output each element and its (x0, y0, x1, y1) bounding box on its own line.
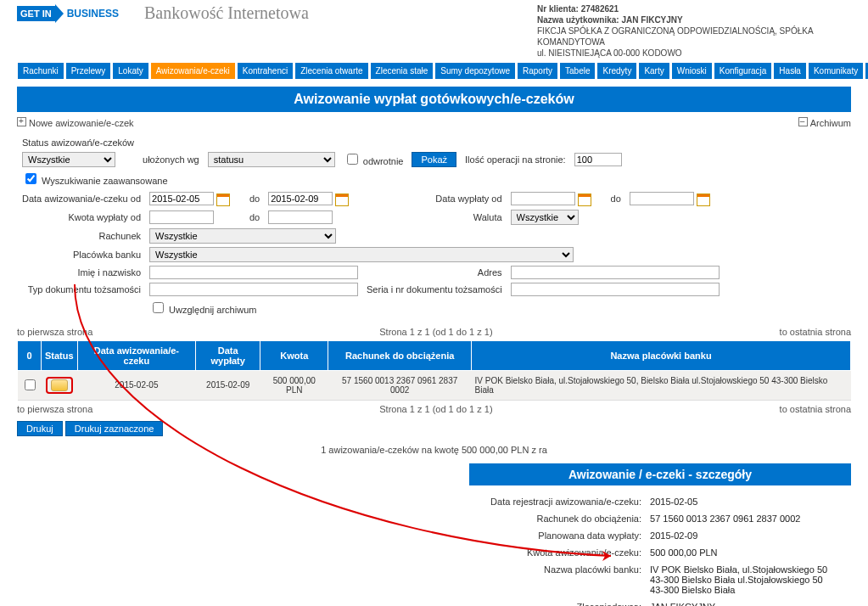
details-value: 57 1560 0013 2367 0961 2837 0002 (647, 511, 841, 526)
include-archive-label: Uwzględnij archiwum (169, 305, 256, 315)
doc-type-label: Typ dokumentu tożsamości (19, 282, 144, 297)
menu-item-rachunki[interactable]: Rachunki (17, 62, 64, 80)
menu-item-karty[interactable]: Karty (638, 62, 669, 80)
to-label-2: do (605, 191, 624, 207)
per-page-label: Ilość operacji na stronie: (462, 150, 569, 168)
logo-bank-text: Bankowość Internetowa (144, 3, 309, 23)
doc-no-input[interactable] (511, 283, 720, 296)
menu-item-zmie-klienta[interactable]: Zmień klienta (865, 62, 868, 80)
menu-item-konfiguracja[interactable]: Konfiguracja (714, 62, 773, 80)
amount-from-input[interactable] (149, 210, 214, 224)
print-button[interactable]: Drukuj (17, 421, 63, 436)
menu-item-przelewy[interactable]: Przelewy (65, 62, 112, 80)
table-row[interactable]: 2015-02-05 2015-02-09 500 000,00 PLN 57 … (18, 370, 851, 400)
menu-item-wnioski[interactable]: Wnioski (671, 62, 713, 80)
branch-label: Placówka banku (19, 246, 144, 263)
details-key: Nazwa placówki banku: (479, 562, 645, 598)
row-checkbox[interactable] (25, 379, 36, 390)
col-header[interactable]: 0 (18, 340, 42, 370)
summary-line: 1 awizowania/e-czeków na kwotę 500 000,0… (0, 440, 868, 463)
menu-item-zlecenia-sta-e[interactable]: Zlecenia stałe (370, 62, 434, 80)
details-value: 500 000,00 PLN (647, 545, 841, 560)
cell-amount: 500 000,00 PLN (260, 370, 328, 400)
menu-item-lokaty[interactable]: Lokaty (112, 62, 148, 80)
logo-getin-text1: GET IN (17, 6, 55, 21)
pager-mid: Strona 1 z 1 (od 1 do 1 z 1) (379, 327, 492, 337)
calendar-icon[interactable] (697, 194, 710, 206)
status-icon (51, 379, 68, 391)
details-key: Planowana data wypłaty: (479, 528, 645, 543)
calendar-icon[interactable] (335, 194, 349, 206)
logo-getin-text2: BUSINESS (64, 8, 119, 20)
logo-getin: GET IN BUSINESS (17, 4, 119, 23)
include-archive-checkbox[interactable] (153, 302, 164, 313)
menu-item-sumy-depozytowe[interactable]: Sumy depozytowe (434, 62, 516, 80)
archive-link[interactable]: Archiwum (798, 117, 851, 128)
to-label-3: do (244, 209, 263, 226)
details-value: 2015-02-05 (647, 494, 841, 509)
col-header[interactable]: Nazwa placówki banku (472, 340, 851, 370)
cell-date-pay: 2015-02-09 (196, 370, 260, 400)
new-avisation-link[interactable]: Nowe awizowanie/e-czek (17, 117, 134, 128)
doc-type-input[interactable] (149, 283, 358, 296)
menu-item-komunikaty[interactable]: Komunikaty (808, 62, 864, 80)
chevron-right-icon (55, 4, 64, 23)
sort-select[interactable]: statusu (208, 152, 335, 167)
date-pay-label: Data wypłaty od (363, 191, 506, 207)
col-header[interactable]: Kwota (260, 340, 328, 370)
name-label: Imię i nazwisko (19, 265, 144, 280)
address-input[interactable] (511, 266, 720, 279)
date-av-label: Data awizowania/e-czeku od (19, 191, 144, 207)
details-panel: Awizowanie / e-czeki - szczegóły Data re… (469, 463, 851, 606)
menu-item-kredyty[interactable]: Kredyty (596, 62, 637, 80)
sort-label: ułożonych wg (139, 150, 203, 168)
date-av-from-input[interactable] (149, 192, 214, 205)
details-key: Kwota awizowania/e-czeku: (479, 545, 645, 560)
amount-label: Kwota wypłaty od (19, 209, 144, 226)
pager-first-2: to pierwsza strona (17, 404, 92, 414)
cell-branch: IV POK Bielsko Biała, ul.Stojałowskiego … (472, 370, 851, 400)
menu-item-awizowania-e-czeki[interactable]: Awizowania/e-czeki (150, 62, 236, 80)
details-key: Rachunek do obciążenia: (479, 511, 645, 526)
date-pay-to-input[interactable] (630, 192, 694, 205)
currency-select[interactable]: Wszystkie (511, 210, 579, 225)
menu-item-has-a[interactable]: Hasła (773, 62, 807, 80)
print-selected-button[interactable]: Drukuj zaznaczone (65, 421, 164, 436)
details-value: IV POK Bielsko Biała, ul.Stojałowskiego … (647, 562, 841, 598)
details-value: 2015-02-09 (647, 528, 841, 543)
reverse-checkbox[interactable] (347, 154, 358, 165)
branch-select[interactable]: Wszystkie (149, 247, 574, 262)
cell-account: 57 1560 0013 2367 0961 2837 0002 (328, 370, 472, 400)
address-label: Adres (363, 265, 506, 280)
date-pay-from-input[interactable] (511, 192, 575, 205)
status-label: Status awizowań/e-czeków (19, 137, 137, 149)
name-input[interactable] (149, 266, 358, 279)
client-info: Nr klienta: 27482621 Nazwa użytkownika: … (537, 3, 851, 59)
details-title: Awizowanie / e-czeki - szczegóły (469, 463, 851, 485)
col-header[interactable]: Data wypłaty (196, 340, 260, 370)
status-badge[interactable] (46, 377, 73, 394)
per-page-input[interactable] (574, 153, 622, 166)
status-select[interactable]: Wszystkie (22, 152, 115, 167)
date-av-to-input[interactable] (268, 192, 333, 205)
pager-last-2: to ostatnia strona (780, 404, 851, 414)
menu-item-kontrahenci[interactable]: Kontrahenci (237, 62, 294, 80)
main-menu: RachunkiPrzelewyLokatyAwizowania/e-czeki… (0, 62, 868, 80)
adv-search-checkbox[interactable] (25, 173, 36, 184)
currency-label: Waluta (363, 209, 506, 226)
amount-to-input[interactable] (268, 210, 333, 224)
cell-date-av: 2015-02-05 (77, 370, 196, 400)
minus-icon (798, 117, 808, 126)
col-header[interactable]: Rachunek do obciążenia (328, 340, 472, 370)
calendar-icon[interactable] (578, 194, 591, 206)
menu-item-tabele[interactable]: Tabele (559, 62, 596, 80)
doc-no-label: Seria i nr dokumentu tożsamości (363, 282, 506, 297)
pager-last: to ostatnia strona (780, 327, 851, 337)
account-select[interactable]: Wszystkie (149, 228, 336, 244)
menu-item-raporty[interactable]: Raporty (517, 62, 558, 80)
calendar-icon[interactable] (216, 194, 230, 206)
col-header[interactable]: Status (42, 340, 78, 370)
col-header[interactable]: Data awizowania/e-czeku (77, 340, 196, 370)
show-button[interactable]: Pokaż (412, 152, 456, 167)
menu-item-zlecenia-otwarte[interactable]: Zlecenia otwarte (294, 62, 368, 80)
